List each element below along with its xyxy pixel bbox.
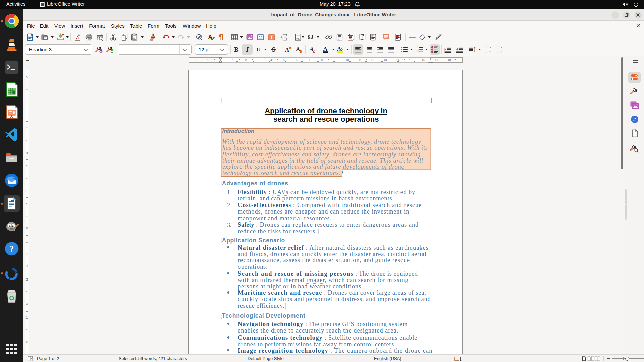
svg-text:A: A [323, 46, 327, 52]
svg-text:B: B [234, 46, 238, 53]
svg-text:?: ? [10, 244, 14, 254]
svg-text:♻: ♻ [9, 294, 15, 302]
svg-text:Ω: Ω [308, 33, 314, 41]
svg-text:I: I [246, 46, 249, 53]
svg-text:B: B [289, 46, 291, 50]
svg-text:U: U [256, 46, 260, 53]
svg-text:A: A [337, 46, 341, 52]
svg-text:1: 1 [337, 37, 339, 40]
svg-text:B: B [300, 50, 302, 53]
svg-text:S: S [272, 46, 275, 53]
svg-text:A: A [634, 88, 638, 93]
